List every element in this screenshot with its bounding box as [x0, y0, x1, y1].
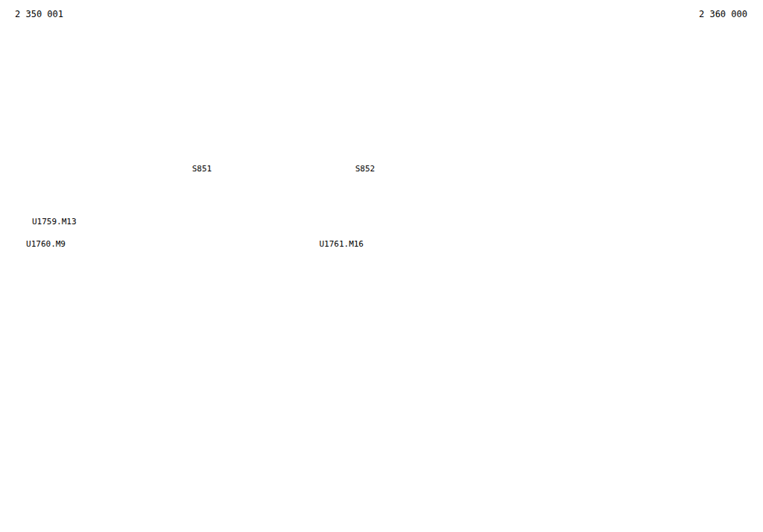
marker-label-s852[interactable]: S852: [355, 165, 376, 173]
ruler-end-label: 2 360 000: [699, 10, 747, 19]
flag-label-u1760[interactable]: U1760.M9: [26, 240, 66, 248]
ruler-start-label: 2 350 001: [15, 10, 63, 19]
marker-label-s851[interactable]: S851: [192, 165, 212, 173]
flag-label-u1759[interactable]: U1759.M13: [32, 218, 77, 226]
flag-label-u1761[interactable]: U1761.M16: [319, 240, 364, 248]
genome-browser-view: 2 350 001 2 360 000 U1759.M13 U1760.M9 U…: [0, 0, 763, 532]
